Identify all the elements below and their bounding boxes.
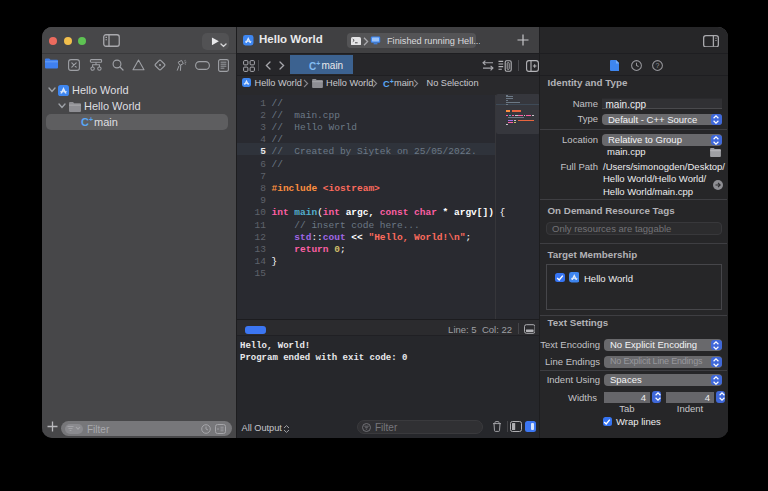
svg-text:?: ?	[655, 62, 659, 69]
